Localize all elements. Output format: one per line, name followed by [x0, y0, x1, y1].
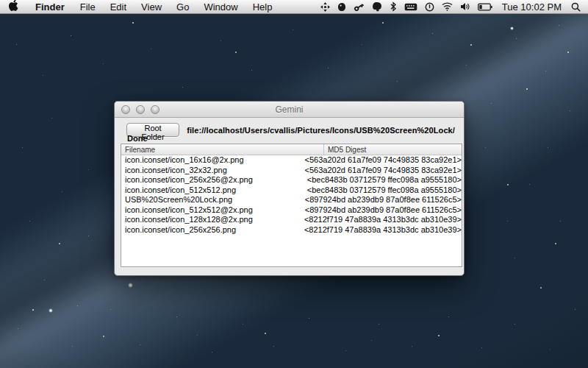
- key-icon[interactable]: [350, 0, 368, 13]
- md5-cell: <bec8483b 03712579 ffec098a a9555180>: [304, 175, 462, 185]
- menu-bar-left: Finder File Edit View Go Window Help: [0, 0, 279, 13]
- menu-edit[interactable]: Edit: [103, 0, 134, 13]
- wifi-icon[interactable]: [438, 0, 456, 13]
- menu-file[interactable]: File: [73, 0, 103, 13]
- filename-cell: icon.iconset/icon_128x128@2x.png: [121, 215, 301, 225]
- md5-cell: <563a202d 61a7fe09 74c49835 83ca92e1>: [301, 166, 462, 176]
- window-titlebar[interactable]: Gemini: [115, 102, 464, 118]
- four-arrows-icon[interactable]: [317, 0, 334, 13]
- table-row[interactable]: icon.iconset/icon_512x512.png <bec8483b …: [121, 185, 462, 196]
- menu-finder[interactable]: Finder: [27, 0, 73, 13]
- table-row[interactable]: icon.iconset/icon_256x256.png <8212f719 …: [121, 225, 462, 236]
- menu-bar: Finder File Edit View Go Window Help: [0, 0, 588, 14]
- menu-bar-clock[interactable]: Tue 10:02 PM: [496, 1, 567, 13]
- filename-cell: icon.iconset/icon_256x256.png: [121, 225, 301, 236]
- filename-cell: icon.iconset/icon_512x512@2x.png: [121, 205, 301, 216]
- table-header-row: Filename MD5 Digest: [121, 144, 462, 155]
- table-row[interactable]: icon.iconset/icon_512x512@2x.png <897924…: [121, 205, 462, 216]
- table-row[interactable]: icon.iconset/icon_256x256@2x.png <bec848…: [121, 175, 462, 185]
- filename-cell: icon.iconset/icon_256x256@2x.png: [121, 175, 304, 185]
- filename-cell: icon.iconset/icon_512x512.png: [121, 185, 304, 196]
- dark-blob-icon[interactable]: [334, 0, 350, 13]
- menu-bar-status-area: Tue 10:02 PM: [317, 0, 588, 13]
- root-folder-path: file://localhost/Users/cvallis/Pictures/…: [187, 126, 455, 135]
- spotlight-icon[interactable]: [567, 0, 588, 13]
- table-row[interactable]: icon.iconset/icon_128x128@2x.png <8212f7…: [121, 215, 462, 225]
- menu-window[interactable]: Window: [196, 0, 245, 13]
- gemini-window: Gemini Root Folder file://localhost/User…: [114, 101, 465, 276]
- filename-cell: icon.iconset/icon_32x32.png: [121, 166, 301, 176]
- table-body: icon.iconset/icon_16x16@2x.png <563a202d…: [121, 155, 462, 235]
- table-row[interactable]: icon.iconset/icon_16x16@2x.png <563a202d…: [121, 155, 462, 166]
- apple-menu[interactable]: [0, 0, 27, 13]
- md5-cell: <8212f719 47a8839a 4313b3dc ab310e39>: [301, 215, 462, 225]
- md5-cell: <897924bd ab239db9 87a0f8ee 611526c5>: [301, 205, 462, 216]
- md5-cell: <897924bd ab239db9 87a0f8ee 611526c5>: [301, 195, 462, 205]
- column-header-filename[interactable]: Filename: [121, 144, 324, 155]
- menu-help[interactable]: Help: [245, 0, 280, 13]
- circled-one-icon[interactable]: [421, 0, 438, 13]
- table-row[interactable]: icon.iconset/icon_32x32.png <563a202d 61…: [121, 166, 462, 176]
- column-header-md5[interactable]: MD5 Digest: [324, 144, 462, 155]
- volume-icon[interactable]: [456, 0, 474, 13]
- minimize-button[interactable]: [136, 105, 145, 114]
- menu-go[interactable]: Go: [169, 0, 196, 13]
- menu-view[interactable]: View: [134, 0, 169, 13]
- battery-icon[interactable]: [474, 0, 496, 13]
- elephant-icon[interactable]: [368, 0, 386, 13]
- md5-cell: <bec8483b 03712579 ffec098a a9555180>: [304, 185, 462, 196]
- results-table: Filename MD5 Digest icon.iconset/icon_16…: [121, 144, 462, 267]
- apple-logo-icon: [9, 0, 18, 13]
- md5-cell: <563a202d 61a7fe09 74c49835 83ca92e1>: [301, 155, 462, 166]
- md5-cell: <8212f719 47a8839a 4313b3dc ab310e39>: [301, 225, 462, 236]
- filename-cell: USB%20Screen%20Lock.png: [121, 195, 301, 205]
- toolbar-row: Root Folder file://localhost/Users/cvall…: [126, 123, 455, 137]
- table-row[interactable]: USB%20Screen%20Lock.png <897924bd ab239d…: [121, 195, 462, 205]
- status-label: Done: [127, 134, 148, 143]
- traffic-lights: [121, 105, 159, 114]
- close-button[interactable]: [121, 105, 130, 114]
- keyboard-icon[interactable]: [401, 0, 421, 13]
- bluetooth-icon[interactable]: [386, 0, 401, 13]
- filename-cell: icon.iconset/icon_16x16@2x.png: [121, 155, 301, 166]
- zoom-button[interactable]: [151, 105, 159, 114]
- window-title: Gemini: [275, 105, 303, 115]
